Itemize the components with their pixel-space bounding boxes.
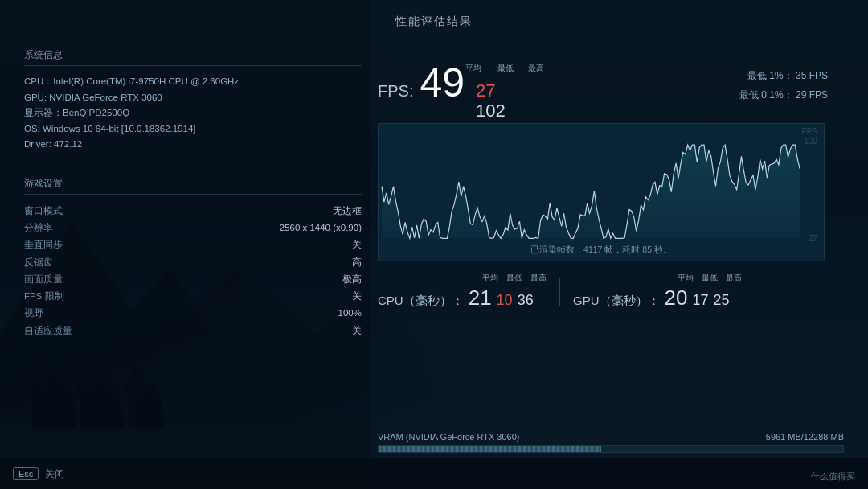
vram-bar-fill: [379, 446, 601, 452]
settings-label: 窗口模式: [24, 203, 63, 220]
pct1-value: 35 FPS: [796, 70, 828, 81]
settings-label: 分辨率: [24, 220, 53, 236]
sys-monitor: 显示器：BenQ PD2500Q: [24, 105, 362, 121]
esc-close-area[interactable]: Esc 关闭: [13, 467, 64, 481]
settings-value: 关: [352, 323, 362, 339]
gpu-col-avg: 平均: [678, 273, 694, 284]
pct1-row: 最低 1%： 35 FPS: [739, 66, 828, 85]
sys-driver: Driver: 472.12: [24, 137, 362, 153]
settings-value: 无边框: [333, 203, 362, 220]
vram-label: VRAM (NVIDIA GeForce RTX 3060): [378, 432, 519, 442]
bottom-bar: Esc 关闭 什么值得买: [0, 458, 868, 489]
close-label: 关闭: [45, 467, 64, 481]
cpu-gpu-ms-row: 平均 最低 最高 CPU（毫秒）： 21 10 36 平均 最低 最高 GPU（…: [378, 273, 844, 310]
vram-used: 5961 MB/12288 MB: [766, 432, 844, 442]
settings-label: 反锯齿: [24, 254, 53, 271]
esc-key[interactable]: Esc: [13, 467, 39, 480]
cpu-col-avg: 平均: [482, 273, 498, 284]
vram-header-row: VRAM (NVIDIA GeForce RTX 3060) 5961 MB/1…: [378, 432, 844, 442]
cpu-avg: 21: [469, 286, 492, 310]
gpu-block: 平均 最低 最高 GPU（毫秒）： 20 17 25: [573, 273, 742, 310]
left-panel: 系统信息 CPU：Intel(R) Core(TM) i7-9750H CPU …: [24, 48, 362, 339]
pct01-row: 最低 0.1%： 29 FPS: [739, 85, 828, 105]
settings-label: 垂直同步: [24, 236, 63, 253]
cpu-max: 36: [518, 292, 534, 309]
fps-label: FPS:: [378, 82, 413, 101]
watermark: 什么值得买: [811, 471, 855, 483]
settings-value: 100%: [338, 305, 362, 322]
cpu-col-min: 最低: [506, 273, 522, 284]
settings-row: 画面质量极高: [24, 271, 362, 288]
cpu-col-labels: 平均 最低 最高: [482, 273, 547, 284]
vram-section: VRAM (NVIDIA GeForce RTX 3060) 5961 MB/1…: [378, 432, 844, 453]
game-settings-block: 游戏设置 窗口模式无边框分辨率2560 x 1440 (x0.90)垂直同步关反…: [24, 177, 362, 339]
right-panel-content: 平均 最低 最高 FPS: 49 27 102 最低 1%： 35 FPS 最低…: [378, 50, 844, 310]
gpu-min: 17: [692, 292, 708, 309]
cpu-min: 10: [497, 292, 513, 309]
settings-value: 高: [352, 254, 362, 271]
settings-label: 视野: [24, 305, 43, 322]
settings-rows: 窗口模式无边框分辨率2560 x 1440 (x0.90)垂直同步关反锯齿高画面…: [24, 203, 362, 339]
settings-value: 2560 x 1440 (x0.90): [280, 220, 362, 236]
sys-os: OS: Windows 10 64-bit [10.0.18362.1914]: [24, 121, 362, 138]
fps-main-row: FPS: 49 27 102 最低 1%： 35 FPS 最低 0.1%： 29…: [378, 63, 844, 120]
settings-row: 窗口模式无边框: [24, 203, 362, 220]
pct1-label: 最低 1%：: [747, 70, 793, 81]
gpu-max: 25: [713, 292, 729, 309]
separator: [559, 278, 560, 306]
vram-bar-background: [378, 445, 844, 453]
page-title: 性能评估结果: [395, 14, 473, 29]
percentile-block: 最低 1%： 35 FPS 最低 0.1%： 29 FPS: [739, 66, 828, 105]
settings-value: 极高: [342, 271, 362, 288]
fps-header-area: 平均 最低 最高 FPS: 49 27 102 最低 1%： 35 FPS 最低…: [378, 63, 844, 120]
system-info-block: 系统信息 CPU：Intel(R) Core(TM) i7-9750H CPU …: [24, 48, 362, 153]
gpu-col-min: 最低: [702, 273, 718, 284]
game-settings-title: 游戏设置: [24, 177, 362, 195]
settings-label: FPS 限制: [24, 288, 64, 305]
settings-row: 分辨率2560 x 1440 (x0.90): [24, 220, 362, 236]
fps-min-value: 27: [476, 82, 506, 100]
settings-label: 画面质量: [24, 271, 63, 288]
settings-value: 关: [352, 288, 362, 305]
cpu-label: CPU（毫秒）：: [378, 294, 464, 309]
pct01-label: 最低 0.1%：: [739, 89, 793, 101]
settings-row: 垂直同步关: [24, 236, 362, 253]
fps-graph-container: FPS 102 27 已渲染帧数：4117 帧，耗时 85 秒。: [378, 123, 825, 261]
fps-max-value: 102: [476, 102, 506, 120]
settings-row: 反锯齿高: [24, 254, 362, 271]
gpu-label: GPU（毫秒）：: [573, 294, 660, 309]
fps-graph-svg: [379, 124, 824, 261]
rendered-info: 已渲染帧数：4117 帧，耗时 85 秒。: [530, 244, 672, 256]
sys-cpu: CPU：Intel(R) Core(TM) i7-9750H CPU @ 2.6…: [24, 74, 362, 90]
gpu-col-max: 最高: [726, 273, 742, 284]
gpu-values-row: GPU（毫秒）： 20 17 25: [573, 286, 742, 310]
settings-label: 自适应质量: [24, 323, 72, 339]
cpu-col-max: 最高: [530, 273, 547, 284]
gpu-col-labels: 平均 最低 最高: [678, 273, 742, 284]
sys-gpu: GPU: NVIDIA GeForce RTX 3060: [24, 90, 362, 106]
pct01-value: 29 FPS: [796, 89, 828, 101]
system-info-title: 系统信息: [24, 48, 362, 66]
settings-row: FPS 限制关: [24, 288, 362, 305]
fps-avg-value: 49: [420, 63, 465, 103]
cpu-block: 平均 最低 最高 CPU（毫秒）： 21 10 36: [378, 273, 547, 310]
settings-value: 关: [352, 236, 362, 253]
settings-row: 视野100%: [24, 305, 362, 322]
fps-min-max-block: 27 102: [476, 76, 506, 120]
cpu-values-row: CPU（毫秒）： 21 10 36: [378, 286, 547, 310]
settings-row: 自适应质量关: [24, 323, 362, 339]
gpu-avg: 20: [665, 286, 688, 310]
